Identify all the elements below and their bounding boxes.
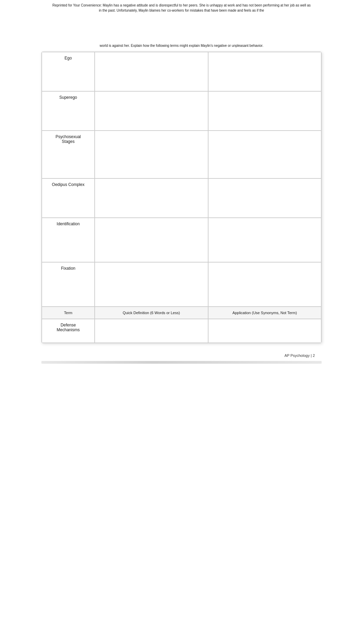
application-superego[interactable]: [208, 91, 322, 131]
definition-fixation[interactable]: [95, 262, 208, 307]
term-identification: Identification: [42, 218, 95, 262]
header-reprinted-text: Reprinted for Your Convenience: Maylin h…: [38, 3, 325, 13]
definition-ego[interactable]: [95, 52, 208, 91]
application-defense-mechanisms[interactable]: [208, 319, 322, 343]
application-identification[interactable]: [208, 218, 322, 262]
col-header-term: Term: [42, 307, 95, 319]
definition-defense-mechanisms[interactable]: [95, 319, 208, 343]
term-ego: Ego: [42, 52, 95, 91]
main-table: Ego Superego Psychosexual Stages Oedipus…: [41, 52, 322, 343]
page-number: AP Psychology | 2: [38, 343, 325, 358]
definition-identification[interactable]: [95, 218, 208, 262]
prompt-text: world is against her. Explain how the fo…: [38, 43, 325, 48]
col-header-application: Application (Use Synonyms, Not Term): [208, 307, 322, 319]
term-superego: Superego: [42, 91, 95, 131]
application-psychosexual[interactable]: [208, 131, 322, 178]
term-fixation: Fixation: [42, 262, 95, 307]
term-defense-mechanisms: Defense Mechanisms: [42, 319, 95, 343]
col-header-definition: Quick Definition (6 Words or Less): [95, 307, 208, 319]
term-psychosexual: Psychosexual Stages: [42, 131, 95, 178]
blank-space: [38, 365, 325, 502]
definition-superego[interactable]: [95, 91, 208, 131]
term-oedipus: Oedipus Complex: [42, 178, 95, 218]
application-ego[interactable]: [208, 52, 322, 91]
application-oedipus[interactable]: [208, 178, 322, 218]
definition-oedipus[interactable]: [95, 178, 208, 218]
bottom-divider: [41, 361, 322, 364]
definition-psychosexual[interactable]: [95, 131, 208, 178]
application-fixation[interactable]: [208, 262, 322, 307]
table-grid: Ego Superego Psychosexual Stages Oedipus…: [42, 52, 321, 343]
